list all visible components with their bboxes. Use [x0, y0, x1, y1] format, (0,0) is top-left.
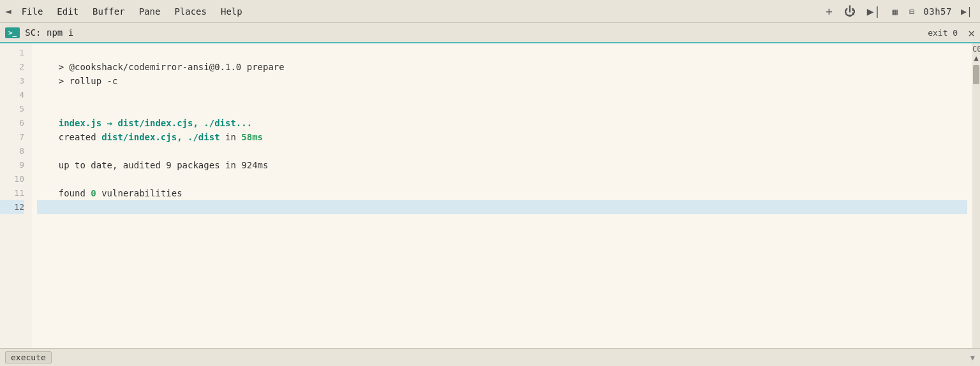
- menu-pane[interactable]: Pane: [133, 5, 167, 18]
- exit-status: exit 0: [928, 28, 958, 38]
- split-icon[interactable]: ⊟: [907, 5, 917, 18]
- line-num-10: 10: [0, 172, 24, 186]
- line-num-2: 2: [0, 60, 24, 74]
- menu-buffer[interactable]: Buffer: [86, 5, 131, 18]
- menu-help[interactable]: Help: [214, 5, 249, 18]
- term-line-4: [37, 88, 967, 102]
- column-indicator: C0 ▲: [972, 43, 980, 64]
- main-content: 1 2 3 4 5 6 7 8 9 10 11 12 > @cookshack/…: [0, 43, 980, 348]
- back-icon[interactable]: ◄: [5, 5, 11, 17]
- line-num-7: 7: [0, 130, 24, 144]
- menu-file[interactable]: File: [15, 5, 50, 18]
- line-num-1: 1: [0, 46, 24, 60]
- plus-icon[interactable]: +: [823, 3, 835, 19]
- execute-button[interactable]: execute: [5, 351, 52, 363]
- grid-icon[interactable]: ▦: [889, 5, 900, 18]
- line-num-9: 9: [0, 158, 24, 172]
- line-num-8: 8: [0, 144, 24, 158]
- term-line-12: [37, 200, 967, 214]
- term-line-1: [37, 46, 967, 60]
- term-line-5: [37, 102, 967, 116]
- term-text-time: 58ms: [241, 132, 263, 142]
- line-num-12: 12: [0, 200, 24, 214]
- tabbar: >_ SC: npm i exit 0 ✕: [0, 23, 980, 43]
- tab-title: SC: npm i: [25, 27, 73, 38]
- close-button[interactable]: ✕: [968, 26, 975, 40]
- forward-icon[interactable]: ▶|: [865, 3, 884, 19]
- line-num-3: 3: [0, 74, 24, 88]
- power-icon[interactable]: ⏻: [842, 3, 858, 19]
- tab-right: exit 0 ✕: [928, 26, 975, 40]
- term-line-10: [37, 172, 967, 186]
- term-text-zero: 0: [91, 188, 96, 198]
- menubar-left: ◄ File Edit Buffer Pane Places Help: [5, 5, 249, 18]
- term-text-created: dist/index.cjs, ./dist: [101, 132, 219, 142]
- timer: 03h57: [923, 6, 952, 17]
- line-num-5: 5: [0, 102, 24, 116]
- scroll-down-icon[interactable]: ▼: [970, 353, 975, 362]
- term-line-7: created dist/index.cjs, ./dist in 58ms: [37, 130, 967, 144]
- term-line-8: [37, 144, 967, 158]
- menu-edit[interactable]: Edit: [50, 5, 85, 18]
- menubar: ◄ File Edit Buffer Pane Places Help + ⏻ …: [0, 0, 980, 23]
- term-line-11: found 0 vulnerabilities: [37, 186, 967, 200]
- tab-left: >_ SC: npm i: [5, 27, 73, 38]
- play-icon[interactable]: ▶|: [958, 4, 975, 18]
- term-line-6: index.js → dist/index.cjs, ./dist...: [37, 116, 967, 130]
- term-text-rollup: index.js → dist/index.cjs, ./dist...: [59, 118, 252, 128]
- line-numbers: 1 2 3 4 5 6 7 8 9 10 11 12: [0, 43, 32, 348]
- scrollbar[interactable]: C0 ▲: [972, 43, 980, 348]
- menubar-right: + ⏻ ▶| ▦ ⊟ 03h57 ▶|: [823, 3, 975, 19]
- terminal-icon: >_: [5, 27, 20, 38]
- line-num-11: 11: [0, 186, 24, 200]
- statusbar: execute ▼: [0, 348, 980, 366]
- term-line-9: up to date, audited 9 packages in 924ms: [37, 158, 967, 172]
- scrollbar-thumb[interactable]: [973, 65, 979, 84]
- terminal-output: > @cookshack/codemirror-ansi@0.1.0 prepa…: [32, 43, 972, 348]
- line-num-6: 6: [0, 116, 24, 130]
- term-line-2: > @cookshack/codemirror-ansi@0.1.0 prepa…: [37, 60, 967, 74]
- line-num-4: 4: [0, 88, 24, 102]
- menu-places[interactable]: Places: [168, 5, 213, 18]
- term-line-3: > rollup -c: [37, 74, 967, 88]
